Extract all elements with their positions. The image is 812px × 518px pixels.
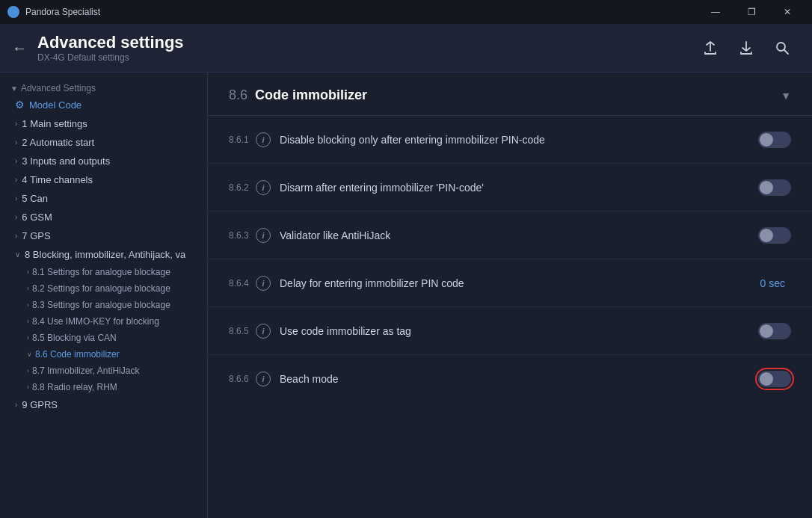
sidebar-item-label: 3 Inputs and outputs: [22, 155, 110, 167]
sidebar-item-can[interactable]: › 5 Can: [0, 189, 207, 208]
header: ← Advanced settings DX-4G Default settin…: [0, 24, 812, 73]
sidebar-item-8-4[interactable]: › 8.4 Use IMMO-KEY for blocking: [0, 313, 207, 330]
setting-num: 8.6.3: [229, 230, 256, 241]
sidebar-item-label: 9 GPRS: [22, 399, 58, 410]
info-icon-8-6-6[interactable]: i: [256, 371, 271, 386]
arrow-icon: ›: [15, 157, 17, 165]
group-arrow-icon: ▼: [10, 84, 18, 93]
sidebar-item-8-2[interactable]: › 8.2 Settings for analogue blockage: [0, 280, 207, 297]
close-button[interactable]: ✕: [770, 0, 805, 24]
info-icon-8-6-4[interactable]: i: [256, 276, 271, 291]
toggle-8-6-3[interactable]: [758, 227, 791, 244]
sidebar-item-label: 5 Can: [22, 193, 48, 204]
download-button[interactable]: [731, 33, 761, 63]
setting-row-8-6-4: 8.6.4 i Delay for entering immobilizer P…: [208, 259, 812, 307]
sidebar-item-label: 8.8 Radio relay, RHM: [32, 382, 117, 392]
arrow-icon: ›: [15, 138, 17, 147]
svg-point-0: [777, 43, 785, 51]
setting-label-8-6-5: Use code immobilizer as tag: [280, 325, 758, 337]
header-actions: [695, 33, 797, 63]
setting-label-8-6-1: Disable blocking only after entering imm…: [280, 134, 758, 146]
arrow-icon: ›: [27, 334, 29, 342]
arrow-icon: ›: [15, 232, 17, 240]
upload-button[interactable]: [695, 33, 725, 63]
sidebar-item-label: 8.4 Use IMMO-KEY for blocking: [32, 316, 159, 327]
sidebar-item-label: 2 Automatic start: [22, 137, 94, 148]
arrow-icon: ›: [15, 120, 17, 128]
toggle-8-6-2[interactable]: [758, 179, 791, 196]
setting-num: 8.6.6: [229, 374, 256, 384]
sidebar-item-label: 7 GPS: [22, 230, 50, 241]
setting-row-8-6-6: 8.6.6 i Beach mode: [208, 355, 812, 403]
arrow-open-icon: ∨: [27, 351, 32, 358]
info-icon-8-6-5[interactable]: i: [256, 324, 271, 339]
arrow-icon: ›: [27, 301, 29, 309]
search-button[interactable]: [767, 33, 797, 63]
info-icon-8-6-1[interactable]: i: [256, 132, 271, 147]
arrow-icon: ›: [15, 401, 17, 409]
setting-value-8-6-4[interactable]: 0 sec: [760, 277, 785, 289]
sidebar-item-label: 8.3 Settings for analogue blockage: [32, 300, 170, 310]
header-titles: Advanced settings DX-4G Default settings: [37, 33, 695, 63]
toggle-knob: [760, 181, 773, 194]
sidebar-item-model-code[interactable]: ⚙ Model Code: [0, 95, 207, 114]
toggle-knob: [760, 229, 773, 242]
titlebar: Pandora Specialist — ❐ ✕: [0, 0, 812, 24]
toggle-8-6-5[interactable]: [758, 323, 791, 339]
collapse-icon[interactable]: ▼: [781, 90, 791, 102]
sidebar-item-8-1[interactable]: › 8.1 Settings for analogue blockage: [0, 264, 207, 280]
arrow-open-icon: ∨: [15, 250, 20, 259]
info-icon-8-6-2[interactable]: i: [256, 180, 271, 195]
toggle-8-6-6[interactable]: [758, 371, 791, 387]
arrow-icon: ›: [27, 268, 29, 276]
arrow-icon: ›: [27, 318, 29, 325]
sidebar-item-label: 1 Main settings: [22, 118, 87, 129]
setting-num: 8.6.4: [229, 278, 256, 289]
arrow-icon: ›: [15, 194, 17, 203]
page-title: Advanced settings: [37, 33, 695, 52]
arrow-icon: ›: [15, 176, 17, 184]
setting-num: 8.6.1: [229, 135, 256, 145]
back-button[interactable]: ←: [12, 40, 27, 55]
sidebar-item-8-7[interactable]: › 8.7 Immobilizer, AntiHiJack: [0, 363, 207, 379]
setting-label-8-6-2: Disarm after entering immobilizer 'PIN-c…: [280, 182, 758, 194]
toggle-8-6-1[interactable]: [758, 132, 791, 148]
sidebar-item-label: 6 GSM: [22, 212, 52, 223]
setting-row-8-6-3: 8.6.3 i Validator like AntiHiJack: [208, 212, 812, 259]
sidebar-item-8-6[interactable]: ∨ 8.6 Code immobilizer: [0, 346, 207, 363]
info-icon-8-6-3[interactable]: i: [256, 228, 271, 243]
setting-row-8-6-2: 8.6.2 i Disarm after entering immobilize…: [208, 164, 812, 212]
maximize-button[interactable]: ❐: [734, 0, 769, 24]
setting-label-8-6-4: Delay for entering immobilizer PIN code: [280, 277, 760, 289]
setting-label-8-6-3: Validator like AntiHiJack: [280, 229, 758, 241]
page-subtitle: DX-4G Default settings: [37, 52, 695, 63]
search-icon: [774, 40, 790, 56]
arrow-icon: ›: [27, 367, 29, 374]
sidebar-item-8-5[interactable]: › 8.5 Blocking via CAN: [0, 330, 207, 346]
sidebar-group-advanced: ▼ Advanced Settings: [0, 78, 207, 95]
setting-label-8-6-6: Beach mode: [280, 373, 758, 385]
sidebar-item-gps[interactable]: › 7 GPS: [0, 226, 207, 245]
gear-icon: ⚙: [15, 99, 25, 111]
sidebar-item-gsm[interactable]: › 6 GSM: [0, 208, 207, 226]
main-panel: 8.6 Code immobilizer ▼ 8.6.1 i Disable b…: [208, 73, 812, 518]
sidebar-item-main-settings[interactable]: › 1 Main settings: [0, 114, 207, 133]
window-controls: — ❐ ✕: [698, 0, 805, 24]
sidebar-item-time-channels[interactable]: › 4 Time channels: [0, 170, 207, 189]
sidebar-item-8-8[interactable]: › 8.8 Radio relay, RHM: [0, 379, 207, 395]
upload-icon: [702, 40, 719, 56]
sidebar-item-blocking[interactable]: ∨ 8 Blocking, immobilizer, Antihijack, v…: [0, 245, 207, 264]
sidebar-item-8-3[interactable]: › 8.3 Settings for analogue blockage: [0, 297, 207, 313]
arrow-icon: ›: [27, 383, 29, 391]
minimize-button[interactable]: —: [698, 0, 733, 24]
arrow-icon: ›: [27, 285, 29, 292]
sidebar-group-label: Advanced Settings: [21, 83, 96, 93]
sidebar-item-label: 8 Blocking, immobilizer, Antihijack, va: [25, 249, 185, 260]
setting-num: 8.6.2: [229, 182, 256, 193]
sidebar-item-inputs-outputs[interactable]: › 3 Inputs and outputs: [0, 152, 207, 170]
sidebar-item-auto-start[interactable]: › 2 Automatic start: [0, 133, 207, 152]
sidebar: ▼ Advanced Settings ⚙ Model Code › 1 Mai…: [0, 73, 208, 518]
sidebar-item-gprs[interactable]: › 9 GPRS: [0, 395, 207, 414]
app-icon: [7, 6, 19, 18]
sidebar-item-label: 8.1 Settings for analogue blockage: [32, 267, 170, 277]
